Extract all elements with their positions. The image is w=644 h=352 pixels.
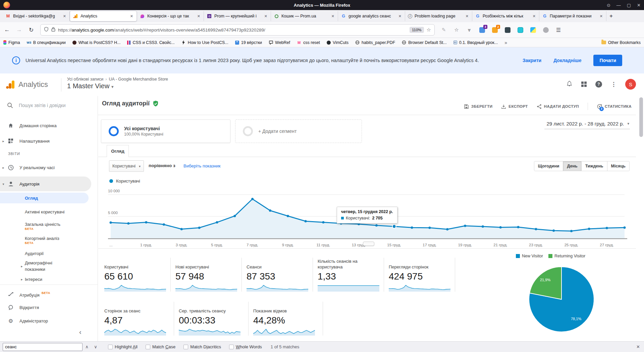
reload-button[interactable]: ↻ [26, 25, 36, 35]
extension-orange-icon[interactable]: 2 [492, 27, 498, 33]
tab-close-icon[interactable] [331, 13, 335, 19]
whole-words-checkbox[interactable]: Whole Words [229, 344, 262, 349]
bookmark-19-verstki[interactable]: *19 вёрстки [235, 40, 262, 45]
bookmark-star-icon[interactable]: ☆ [427, 27, 431, 33]
match-diacritics-checkbox[interactable]: Match Diacritics [183, 344, 221, 349]
select-metric-link[interactable]: Виберіть показник [183, 163, 220, 168]
window-close-icon[interactable]: ✕ [637, 3, 641, 8]
sidebar-item-demographics[interactable]: ▸ Демографічні показники [0, 259, 68, 273]
banner-learn-more-button[interactable]: Докладніше [553, 58, 581, 63]
save-page-icon[interactable]: ☆ [453, 27, 460, 33]
new-tab-button[interactable]: + [606, 11, 616, 21]
tab-google-search-2[interactable]: G Розбіжність між кільк [472, 11, 539, 21]
sidebar-item-cohort-analysis[interactable]: Когортний аналізБЕТА [0, 234, 59, 247]
url-bar[interactable]: https://analytics.google.com/analytics/w… [40, 24, 435, 36]
bookmark-browser-defaults[interactable]: Browser Default St... [402, 40, 447, 45]
metric-card-sessions-per-user[interactable]: Кількість сеансів на користувача 1,33 [318, 258, 384, 292]
more-options-icon[interactable] [611, 81, 616, 88]
highlight-all-checkbox[interactable]: Highlight All [108, 344, 138, 349]
tab-close-icon[interactable] [532, 13, 536, 19]
insights-button[interactable]: 3 СТАТИСТИКА [597, 104, 632, 109]
tab-google-search-3[interactable]: G Параметри й показни [539, 11, 606, 21]
bookmarks-overflow-chevron[interactable]: » [504, 40, 507, 45]
breadcrumb[interactable]: Усі облікові записиUA - Google Merchandi… [67, 77, 168, 82]
pocket-icon[interactable]: ⩔ [466, 27, 472, 33]
extension-colorful-icon[interactable] [530, 27, 536, 33]
sidebar-item-audiences[interactable]: Аудиторії [0, 248, 44, 258]
metric-card-users[interactable]: Користувачі 65 610 [104, 258, 171, 292]
tab-close-icon[interactable] [197, 13, 201, 19]
user-avatar[interactable]: S [625, 79, 636, 90]
tab-cart-prom[interactable]: Кошик — Prom.ua [271, 11, 338, 21]
metric-card-bounce-rate[interactable]: Показник відмов 44,28% [253, 302, 323, 336]
tab-close-icon[interactable] [264, 13, 268, 19]
tab-gmail[interactable]: M Вхідні - sektorlikga@g [3, 11, 70, 21]
find-next-icon[interactable]: ∨ [91, 344, 100, 349]
save-button[interactable]: ЗБЕРЕГТИ [464, 104, 493, 109]
account-icon[interactable] [543, 27, 549, 33]
find-close-icon[interactable] [636, 344, 640, 349]
segment-all-users[interactable]: Усі користувачі 100,00% Користувачі [101, 119, 230, 143]
lock-icon[interactable] [51, 27, 55, 33]
export-button[interactable]: ЕКСПОРТ [501, 104, 528, 109]
find-previous-icon[interactable]: ∧ [83, 344, 91, 349]
metric-select-dropdown[interactable]: Користувачі▾ [109, 160, 144, 172]
granularity-hourly[interactable]: Щогодини [534, 161, 564, 171]
bookmark-postc-what[interactable]: What is PostCSS? H... [72, 40, 121, 45]
metric-card-pageviews[interactable]: Перегляди сторінок 424 975 [389, 258, 455, 292]
tab-close-icon[interactable] [465, 13, 469, 19]
sidebar-item-lifetime-value[interactable]: Загальна цінністьБЕТА [0, 219, 60, 233]
sidebar-item-interests[interactable]: ▸ Інтереси [0, 274, 42, 284]
metric-card-avg-session-duration[interactable]: Сер. тривалість сеансу 00:03:33 [179, 302, 249, 336]
maximize-icon[interactable]: ▢ [627, 3, 631, 8]
metric-card-sessions[interactable]: Сеанси 87 353 [247, 258, 313, 292]
page-scrollbar[interactable] [639, 97, 643, 137]
extension-dark-icon[interactable] [504, 27, 511, 33]
tab-close-icon[interactable] [398, 13, 402, 19]
tab-close-icon[interactable] [599, 13, 603, 19]
minimize-icon[interactable]: — [616, 3, 621, 8]
sidebar-item-admin[interactable]: ⚙ Адміністратор [0, 315, 48, 327]
visitor-type-pie-chart[interactable]: 21,9% 78,1% [528, 266, 595, 333]
share-button[interactable]: НАДАТИ ДОСТУП [537, 104, 579, 109]
bookmark-css-css3[interactable]: CSS и CSS3. Свойс... [127, 40, 174, 45]
bookmark-habits-pdf[interactable]: habits_paper.PDF [355, 40, 395, 45]
metric-card-pages-per-session[interactable]: Сторінок за сеанс 4,87 [104, 302, 174, 336]
sidebar-search[interactable] [0, 96, 98, 115]
granularity-month[interactable]: Місяць [607, 161, 630, 171]
sidebar-item-audience[interactable]: ▾ Аудиторія [0, 177, 91, 191]
match-case-checkbox[interactable]: Match Case [146, 344, 175, 349]
extension-blue-icon[interactable]: 3 [479, 27, 485, 33]
banner-start-button[interactable]: Почати [593, 55, 622, 66]
bookmark-intro-lesson[interactable]: Ei0.1. Вводный урок... [453, 40, 498, 45]
help-icon[interactable] [595, 81, 602, 88]
menu-hamburger-icon[interactable]: ☰ [555, 27, 561, 33]
apps-grid-icon[interactable] [581, 82, 587, 87]
sidebar-collapse-icon[interactable] [79, 328, 82, 336]
tab-close-icon[interactable] [129, 13, 134, 19]
bookmark-webref[interactable]: WebRef [269, 40, 290, 45]
date-range-selector[interactable]: 29 лист. 2022 р. - 28 груд. 2022 р.▾ [544, 121, 630, 129]
tab-problem-loading[interactable]: i Problem loading page [405, 11, 472, 21]
extension-teal-icon[interactable] [517, 27, 523, 33]
metric-card-new-users[interactable]: Нові користувачі 57 948 [175, 258, 242, 292]
search-input[interactable] [19, 103, 83, 108]
sidebar-item-home[interactable]: Домашня сторінка [0, 117, 63, 134]
edit-pencil-icon[interactable]: ✎ [441, 27, 447, 33]
timeline-slider-handle[interactable] [363, 242, 374, 246]
granularity-week[interactable]: Тиждень [582, 161, 607, 171]
sidebar-item-customization[interactable]: ▸ Налаштування [0, 136, 50, 146]
update-icon[interactable]: ⊙ [607, 3, 610, 8]
sidebar-item-attribution[interactable]: АтрибуціяБЕТА [0, 288, 50, 300]
tab-google-search-1[interactable]: G google analytics сеанс [338, 11, 405, 21]
bookmark-css-reset[interactable]: Mcss reset [297, 40, 320, 45]
sidebar-item-realtime[interactable]: ▸ У реальному часі [0, 162, 55, 173]
notifications-bell-icon[interactable] [566, 80, 573, 89]
other-bookmarks[interactable]: Other Bookmarks [601, 40, 641, 45]
ga-logo[interactable]: Analytics [5, 80, 48, 90]
find-input[interactable] [3, 343, 83, 351]
granularity-day[interactable]: День [563, 161, 581, 171]
tab-close-icon[interactable] [62, 13, 67, 19]
tracking-shield-icon[interactable] [44, 27, 49, 33]
sidebar-item-active-users[interactable]: Активні користувачі [0, 205, 65, 219]
